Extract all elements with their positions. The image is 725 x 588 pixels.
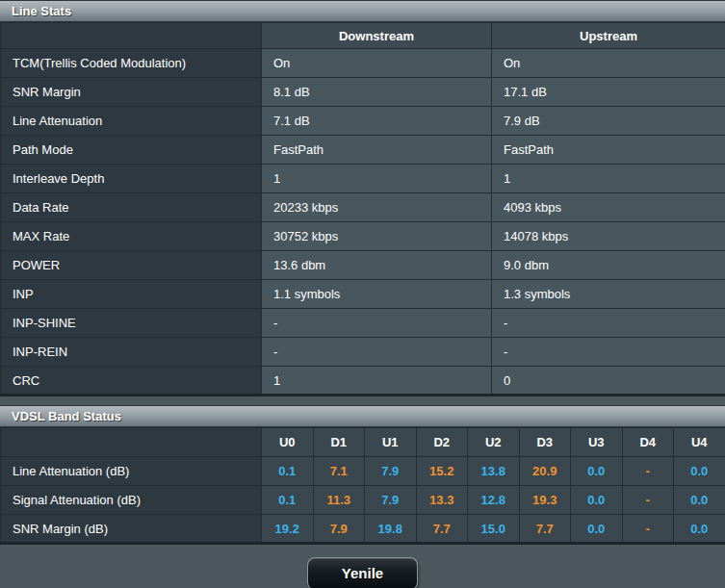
band-column-header-u4: U4 bbox=[674, 428, 725, 457]
band-value: 7.9 bbox=[365, 457, 417, 486]
band-value: 0.0 bbox=[571, 515, 623, 544]
band-row-label: SNR Margin (dB) bbox=[1, 515, 262, 544]
band-value: - bbox=[622, 515, 674, 544]
stat-downstream-value: 13.6 dbm bbox=[262, 251, 492, 280]
band-value: 19.3 bbox=[519, 486, 571, 515]
stat-label: MAX Rate bbox=[1, 222, 262, 251]
stat-upstream-value: 1 bbox=[492, 165, 725, 193]
table-row-crc: CRC 1 0 bbox=[1, 367, 725, 396]
band-value: 13.8 bbox=[468, 457, 520, 486]
band-value: 15.2 bbox=[416, 457, 468, 486]
stat-downstream-value: 30752 kbps bbox=[262, 222, 492, 251]
band-column-header-d2: D2 bbox=[416, 428, 468, 457]
upstream-column-header: Upstream bbox=[492, 23, 725, 49]
band-row-snr-margin: SNR Margin (dB) 19.2 7.9 19.8 7.7 15.0 7… bbox=[1, 515, 725, 544]
band-column-header-u3: U3 bbox=[571, 428, 623, 457]
line-stats-header-row: Downstream Upstream bbox=[1, 23, 725, 49]
line-stats-table: Downstream Upstream TCM(Trellis Coded Mo… bbox=[0, 22, 725, 396]
band-row-label: Signal Attenuation (dB) bbox=[1, 486, 262, 515]
stat-upstream-value: FastPath bbox=[492, 136, 725, 165]
stat-downstream-value: 8.1 dB bbox=[262, 78, 492, 107]
table-row-line-attenuation: Line Attenuation 7.1 dB 7.9 dB bbox=[1, 107, 725, 136]
band-value: 13.3 bbox=[416, 486, 468, 515]
table-row-power: POWER 13.6 dbm 9.0 dbm bbox=[1, 251, 725, 280]
stat-upstream-value: 4093 kbps bbox=[492, 193, 725, 222]
band-value: 19.2 bbox=[262, 515, 314, 544]
stat-downstream-value: 1 bbox=[262, 165, 492, 193]
band-value: 0.0 bbox=[674, 515, 725, 544]
stat-label: CRC bbox=[1, 367, 262, 396]
band-value: 0.0 bbox=[571, 486, 623, 515]
stat-label: Path Mode bbox=[1, 136, 262, 165]
band-value: 7.9 bbox=[365, 486, 417, 515]
stat-downstream-value: 7.1 dB bbox=[262, 107, 492, 136]
stat-upstream-value: - bbox=[492, 309, 725, 338]
table-row-inp-rein: INP-REIN - - bbox=[1, 338, 725, 367]
band-value: 7.9 bbox=[313, 515, 365, 544]
table-row-max-rate: MAX Rate 30752 kbps 14078 kbps bbox=[1, 222, 725, 251]
band-value: 7.7 bbox=[519, 515, 571, 544]
stat-downstream-value: - bbox=[262, 309, 492, 338]
band-value: 7.7 bbox=[416, 515, 468, 544]
band-value: - bbox=[622, 486, 674, 515]
table-row-data-rate: Data Rate 20233 kbps 4093 kbps bbox=[1, 193, 725, 222]
section-gap bbox=[0, 396, 725, 405]
stat-downstream-value: 20233 kbps bbox=[262, 193, 492, 222]
stat-upstream-value: 17.1 dB bbox=[492, 78, 725, 107]
stat-upstream-value: 1.3 symbols bbox=[492, 280, 725, 309]
band-row-signal-attenuation: Signal Attenuation (dB) 0.1 11.3 7.9 13.… bbox=[1, 486, 725, 515]
band-value: 0.1 bbox=[262, 486, 314, 515]
band-row-label: Line Attenuation (dB) bbox=[1, 457, 262, 486]
stat-label: TCM(Trellis Coded Modulation) bbox=[1, 49, 262, 78]
line-stats-title: Line Stats bbox=[12, 4, 71, 18]
band-column-header-d3: D3 bbox=[519, 428, 571, 457]
stat-upstream-value: - bbox=[492, 338, 725, 367]
band-value: - bbox=[622, 457, 674, 486]
table-row-interleave-depth: Interleave Depth 1 1 bbox=[1, 165, 725, 193]
stat-downstream-value: 1 bbox=[262, 367, 492, 396]
stat-label: Data Rate bbox=[1, 193, 262, 222]
stat-downstream-value: On bbox=[262, 49, 492, 78]
stat-label: INP-SHINE bbox=[1, 309, 262, 338]
corner-cell bbox=[1, 23, 262, 49]
stat-label: INP-REIN bbox=[1, 338, 262, 367]
stat-label: Line Attenuation bbox=[1, 107, 262, 136]
band-value: 7.1 bbox=[313, 457, 365, 486]
band-value: 0.0 bbox=[674, 486, 725, 515]
band-value: 20.9 bbox=[519, 457, 571, 486]
stat-label: SNR Margin bbox=[1, 78, 262, 107]
stat-label: POWER bbox=[1, 251, 262, 280]
stat-upstream-value: 7.9 dB bbox=[492, 107, 725, 136]
table-row-tcm: TCM(Trellis Coded Modulation) On On bbox=[1, 49, 725, 78]
band-value: 0.1 bbox=[262, 457, 314, 486]
stat-downstream-value: FastPath bbox=[262, 136, 492, 165]
stat-upstream-value: 9.0 dbm bbox=[492, 251, 725, 280]
stat-label: INP bbox=[1, 280, 262, 309]
band-value: 12.8 bbox=[468, 486, 520, 515]
table-row-path-mode: Path Mode FastPath FastPath bbox=[1, 136, 725, 165]
downstream-column-header: Downstream bbox=[262, 23, 492, 49]
stat-upstream-value: 14078 kbps bbox=[492, 222, 725, 251]
band-column-header-u2: U2 bbox=[468, 428, 520, 457]
band-value: 11.3 bbox=[313, 486, 365, 515]
band-value: 0.0 bbox=[674, 457, 725, 486]
table-row-snr-margin: SNR Margin 8.1 dB 17.1 dB bbox=[1, 78, 725, 107]
band-column-header-u1: U1 bbox=[365, 428, 417, 457]
stat-label: Interleave Depth bbox=[1, 165, 262, 193]
refresh-button[interactable]: Yenile bbox=[307, 557, 418, 588]
stat-downstream-value: - bbox=[262, 338, 492, 367]
dsl-status-page: Line Stats Downstream Upstream TCM(Trell… bbox=[0, 0, 725, 588]
button-bar: Yenile bbox=[0, 545, 725, 588]
table-row-inp-shine: INP-SHINE - - bbox=[1, 309, 725, 338]
band-status-section-header: VDSL Band Status bbox=[0, 405, 725, 427]
band-column-header-d4: D4 bbox=[622, 428, 674, 457]
band-value: 19.8 bbox=[365, 515, 417, 544]
band-header-row: U0 D1 U1 D2 U2 D3 U3 D4 U4 bbox=[1, 428, 725, 457]
stat-upstream-value: 0 bbox=[492, 367, 725, 396]
band-status-table: U0 D1 U1 D2 U2 D3 U3 D4 U4 Line Attenuat… bbox=[0, 427, 725, 545]
stat-downstream-value: 1.1 symbols bbox=[262, 280, 492, 309]
band-row-line-attenuation: Line Attenuation (dB) 0.1 7.1 7.9 15.2 1… bbox=[1, 457, 725, 486]
corner-cell bbox=[1, 428, 262, 457]
stat-upstream-value: On bbox=[492, 49, 725, 78]
band-value: 15.0 bbox=[468, 515, 520, 544]
